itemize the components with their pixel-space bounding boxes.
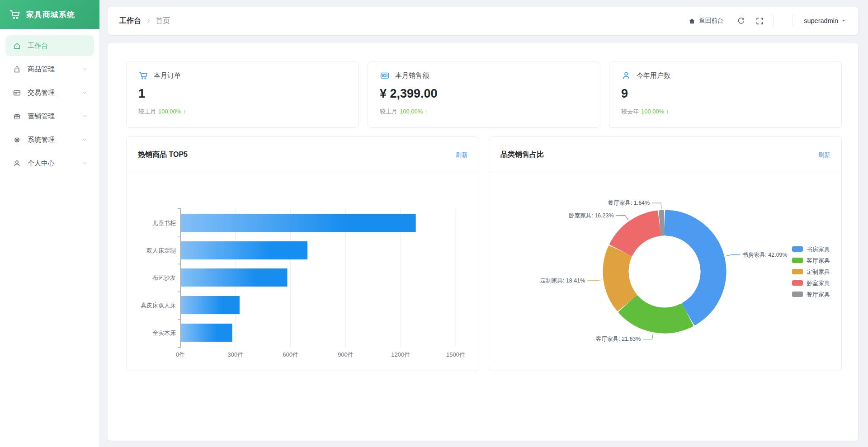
x-axis-tick-label: 0件 (176, 351, 185, 358)
arrow-up-icon: ↑ (183, 108, 186, 115)
sidebar-item-trade-management[interactable]: 交易管理 (5, 82, 94, 103)
sidebar-menu: 工作台 商品管理 交易管理 营销管理 系统管理 个人中心 (0, 29, 99, 174)
pie-label: 书房家具: 42.09% (742, 252, 787, 258)
user-icon (13, 159, 21, 168)
top-actions: 返回前台 superadmin (685, 15, 846, 27)
category-label: 布艺沙发 (152, 274, 176, 281)
arrow-up-icon: ↑ (666, 108, 669, 115)
caret-down-icon (841, 18, 846, 24)
hot-products-panel: 热销商品 TOP5 刷新 0件300件600件900件1200件1500件儿童书… (126, 136, 479, 371)
brand-title: 家具商城系统 (26, 9, 75, 20)
bar-双人床定制[interactable] (181, 241, 307, 259)
breadcrumb-workbench[interactable]: 工作台 (119, 16, 141, 26)
bar-chart-svg: 0件300件600件900件1200件1500件儿童书柜双人床定制布艺沙发真皮床… (127, 173, 479, 371)
pie-slice-客厅家具[interactable] (620, 296, 692, 332)
legend-label: 客厅家具 (807, 257, 830, 264)
legend-item-卧室家具[interactable]: 卧室家具 (792, 280, 830, 287)
legend-label: 卧室家具 (807, 280, 830, 287)
label-leader-line (616, 216, 628, 221)
sidebar-item-label: 交易管理 (28, 89, 81, 97)
home-filled-icon (688, 17, 696, 25)
category-share-header: 品类销售占比 刷新 (489, 137, 841, 173)
bag-icon (13, 65, 21, 74)
bar-真皮床双人床[interactable] (181, 296, 240, 314)
hot-products-title: 热销商品 TOP5 (138, 150, 188, 160)
charts-row: 热销商品 TOP5 刷新 0件300件600件900件1200件1500件儿童书… (126, 136, 842, 371)
divider (793, 15, 793, 27)
bar-全实木床[interactable] (181, 324, 232, 342)
brand-header: 家具商城系统 (0, 0, 99, 29)
x-axis-tick-label: 300件 (227, 351, 243, 358)
sidebar-item-product-management[interactable]: 商品管理 (5, 59, 94, 80)
chevron-right-icon (145, 17, 152, 24)
stat-card-yearly-users: 今年用户数 9 较去年100.00%↑ (609, 61, 842, 128)
legend-label: 定制家具 (807, 268, 830, 275)
money-icon (380, 71, 390, 80)
stats-row: 本月订单 1 较上月100.00%↑ 本月销售额 ¥ 2,399.00 较上月1… (126, 61, 842, 128)
sidebar-item-label: 商品管理 (28, 65, 81, 74)
x-axis-tick-label: 900件 (338, 351, 354, 358)
cart-icon (138, 71, 148, 80)
sidebar-item-label: 系统管理 (28, 136, 81, 144)
stat-value: 9 (621, 87, 830, 101)
back-to-front-button[interactable]: 返回前台 (685, 17, 723, 25)
pie-slice-定制家具[interactable] (604, 247, 636, 310)
sidebar-item-profile-center[interactable]: 个人中心 (5, 153, 94, 174)
legend-item-客厅家具[interactable]: 客厅家具 (792, 257, 830, 264)
donut-chart-svg: 书房家具: 42.09%客厅家具: 21.63%定制家具: 18.41%卧室家具… (489, 173, 841, 371)
main-area: 工作台 首页 返回前台 superadmin 本月订单 1 较上月100.00%… (99, 0, 868, 447)
legend-swatch (792, 269, 803, 274)
bar-布艺沙发[interactable] (181, 268, 287, 287)
chevron-down-icon (81, 113, 88, 119)
x-axis-tick-label: 1200件 (391, 351, 410, 358)
stat-card-monthly-orders: 本月订单 1 较上月100.00%↑ (126, 61, 359, 128)
category-label: 真皮床双人床 (141, 302, 176, 309)
hot-products-refresh-button[interactable]: 刷新 (456, 151, 467, 159)
pie-slice-餐厅家具[interactable] (660, 211, 664, 235)
category-label: 双人床定制 (146, 247, 176, 254)
user-dropdown[interactable]: superadmin (804, 17, 846, 24)
breadcrumb-home: 首页 (156, 16, 170, 26)
legend-item-餐厅家具[interactable]: 餐厅家具 (792, 291, 830, 298)
label-leader-line (726, 255, 741, 256)
legend-label: 餐厅家具 (807, 291, 830, 298)
arrow-up-icon: ↑ (425, 108, 428, 115)
stat-compare: 较去年100.00%↑ (621, 108, 830, 116)
stat-value: 1 (138, 87, 347, 101)
category-share-panel: 品类销售占比 刷新 书房家具: 42.09%客厅家具: 21.63%定制家具: … (489, 136, 842, 371)
x-axis-tick-label: 1500件 (446, 351, 465, 358)
pie-slice-卧室家具[interactable] (611, 212, 660, 254)
stat-card-monthly-sales: 本月销售额 ¥ 2,399.00 较上月100.00%↑ (368, 61, 600, 128)
legend-item-书房家具[interactable]: 书房家具 (792, 246, 830, 253)
category-label: 全实木床 (152, 329, 176, 336)
chevron-down-icon (81, 160, 88, 166)
legend-swatch (792, 258, 803, 263)
gear-icon (13, 136, 21, 144)
legend-swatch (792, 280, 803, 286)
stat-compare: 较上月100.00%↑ (380, 108, 588, 116)
pie-label: 餐厅家具: 1.64% (608, 200, 650, 206)
bar-儿童书柜[interactable] (181, 214, 416, 232)
legend-item-定制家具[interactable]: 定制家具 (792, 268, 830, 275)
chevron-down-icon (81, 89, 88, 96)
sidebar-item-label: 工作台 (28, 42, 88, 50)
legend-swatch (792, 292, 803, 297)
category-share-refresh-button[interactable]: 刷新 (818, 151, 830, 159)
cart-icon (9, 9, 21, 20)
stat-head: 今年用户数 (621, 71, 830, 80)
stat-value: ¥ 2,399.00 (380, 87, 588, 101)
pie-label: 客厅家具: 21.63% (596, 336, 641, 342)
sidebar-item-workbench[interactable]: 工作台 (5, 35, 94, 56)
sidebar-item-marketing-management[interactable]: 营销管理 (5, 106, 94, 127)
gift-icon (13, 112, 21, 121)
sidebar: 家具商城系统 工作台 商品管理 交易管理 营销管理 系统管理 个人中心 (0, 0, 99, 447)
username: superadmin (804, 17, 838, 24)
category-share-title: 品类销售占比 (500, 150, 544, 160)
fullscreen-icon[interactable] (755, 17, 764, 25)
top-bar: 工作台 首页 返回前台 superadmin (108, 7, 858, 35)
chevron-down-icon (81, 136, 88, 143)
hot-products-header: 热销商品 TOP5 刷新 (127, 137, 479, 173)
sidebar-item-system-management[interactable]: 系统管理 (5, 129, 94, 150)
stat-label: 本月订单 (154, 71, 181, 80)
refresh-icon[interactable] (737, 17, 745, 25)
